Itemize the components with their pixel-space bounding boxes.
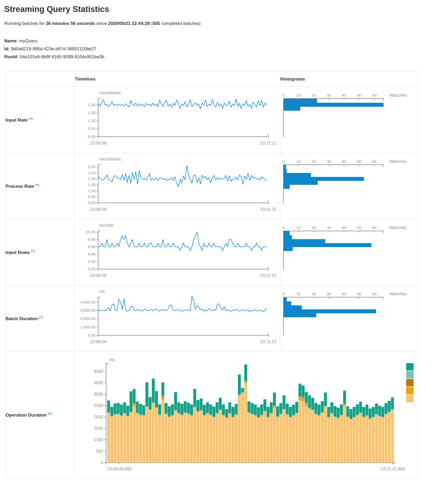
svg-text:1.50: 1.50 <box>88 182 96 187</box>
svg-text:50: 50 <box>357 292 361 296</box>
process-rate-row: Process Rate (?) records/sec0.000.501.00… <box>6 153 418 219</box>
input-rows-help-icon[interactable]: (?) <box>31 249 35 253</box>
svg-text:0: 0 <box>282 292 284 296</box>
batch-duration-histogram-cell: 0102030405060#batches <box>280 285 418 352</box>
svg-text:0.50: 0.50 <box>88 194 96 199</box>
svg-text:30: 30 <box>327 159 331 164</box>
svg-text:10.00: 10.00 <box>85 230 96 234</box>
svg-text:30: 30 <box>327 93 331 97</box>
svg-text:50: 50 <box>357 225 361 230</box>
histograms-column-header: Histograms <box>280 72 418 87</box>
input-rows-timeline-cell: records0.002.004.006.008.0010.0023:06:06… <box>75 219 280 285</box>
svg-text:40: 40 <box>342 93 346 97</box>
empty-header-cell <box>6 72 75 87</box>
svg-text:3500: 3500 <box>94 381 103 385</box>
input-rows-histogram-cell: 0102030405060#batches <box>280 219 418 285</box>
svg-text:23:06:06: 23:06:06 <box>90 207 106 212</box>
svg-text:#batches: #batches <box>389 225 406 230</box>
metric-label: Batch Duration <box>6 316 38 321</box>
batch-duration-label-cell: Batch Duration (?) <box>6 285 75 352</box>
input-rate-timeline-cell: records/sec0.000.501.001.502.0023:06:062… <box>75 87 280 153</box>
table-header-row: Timelines Histograms <box>6 72 418 87</box>
svg-text:10: 10 <box>296 159 301 164</box>
batch-duration-timeline-chart[interactable]: ms0.001,000.002,000.003,000.004,000.0023… <box>75 285 280 351</box>
input-rate-histogram-cell: 0102030405060#batches <box>280 87 418 153</box>
operation-duration-row: Operation Duration (?) ms050010001500200… <box>6 352 418 478</box>
svg-text:records/sec: records/sec <box>99 91 121 95</box>
operation-duration-help-icon[interactable]: (?) <box>48 412 52 415</box>
svg-text:23:11:21: 23:11:21 <box>260 273 276 278</box>
batch-duration-histogram-chart[interactable]: 0102030405060#batches <box>280 285 418 351</box>
metric-label: Input Rows <box>6 250 30 255</box>
batch-duration-help-icon[interactable]: (?) <box>39 316 43 319</box>
svg-text:23:11:21: 23:11:21 <box>260 340 276 344</box>
svg-text:10: 10 <box>296 225 301 230</box>
completed-batches-count: 505 <box>152 21 160 26</box>
input-rate-row: Input Rate (?) records/sec0.000.501.001.… <box>6 87 418 153</box>
input-rate-timeline-chart[interactable]: records/sec0.000.501.001.502.0023:06:062… <box>75 87 280 153</box>
svg-text:1.00: 1.00 <box>88 118 96 123</box>
svg-text:0: 0 <box>282 159 284 164</box>
summary-text: Running batches for <box>4 21 46 26</box>
svg-text:23:06:06: 23:06:06 <box>90 340 106 344</box>
process-rate-timeline-cell: records/sec0.000.501.001.502.002.503.002… <box>75 153 280 219</box>
svg-text:0.00: 0.00 <box>88 134 96 139</box>
svg-text:1000: 1000 <box>94 438 103 442</box>
batch-duration-timeline-cell: ms0.001,000.002,000.003,000.004,000.0023… <box>75 285 280 352</box>
svg-text:0.00: 0.00 <box>88 200 96 205</box>
svg-text:0: 0 <box>282 225 284 230</box>
svg-text:8.00: 8.00 <box>88 237 96 242</box>
timelines-column-header: Timelines <box>75 72 280 87</box>
svg-text:40: 40 <box>342 159 346 164</box>
metric-label: Input Rate <box>6 117 28 122</box>
svg-text:23:06:06.093: 23:06:06.093 <box>107 467 132 471</box>
svg-text:2000: 2000 <box>94 415 103 419</box>
operation-duration-stacked-chart[interactable]: ms0500100015002000250030003500400023:06:… <box>75 352 418 478</box>
input-rate-label-cell: Input Rate (?) <box>6 87 75 153</box>
input-rows-timeline-chart[interactable]: records0.002.004.006.008.0010.0023:06:06… <box>75 219 280 285</box>
svg-text:3,000.00: 3,000.00 <box>80 308 96 313</box>
svg-text:2.00: 2.00 <box>88 102 96 107</box>
svg-text:30: 30 <box>327 225 331 230</box>
summary-text: ( <box>150 21 152 26</box>
svg-text:records: records <box>99 223 113 227</box>
running-batches-summary: Running batches for 26 minutes 56 second… <box>4 21 448 26</box>
input-rate-help-icon[interactable]: (?) <box>29 117 33 120</box>
svg-text:4000: 4000 <box>94 369 103 374</box>
svg-text:2.50: 2.50 <box>88 171 96 175</box>
name-value: myQuery <box>19 38 38 43</box>
operation-duration-chart-cell: ms0500100015002000250030003500400023:06:… <box>75 352 418 478</box>
process-rate-histogram-chart[interactable]: 0102030405060#batches <box>280 153 418 219</box>
svg-text:#batches: #batches <box>389 159 406 164</box>
svg-text:10: 10 <box>296 292 301 296</box>
query-identifiers: Name: myQuery Id: 9d0dd219-995d-423e-b97… <box>4 37 448 61</box>
svg-text:20: 20 <box>311 93 316 97</box>
svg-text:1.00: 1.00 <box>88 189 96 193</box>
input-rows-histogram-chart[interactable]: 0102030405060#batches <box>280 219 418 285</box>
svg-text:60: 60 <box>372 159 377 164</box>
svg-text:23:06:06: 23:06:06 <box>90 141 106 145</box>
svg-text:0.50: 0.50 <box>88 126 96 131</box>
svg-text:500: 500 <box>96 449 103 453</box>
svg-text:3.00: 3.00 <box>88 164 96 169</box>
svg-text:0: 0 <box>101 460 103 465</box>
svg-text:4.00: 4.00 <box>88 252 96 256</box>
svg-text:#batches: #batches <box>389 292 406 296</box>
svg-text:23:11:21: 23:11:21 <box>260 141 276 145</box>
svg-text:20: 20 <box>311 159 316 164</box>
svg-text:records/sec: records/sec <box>99 157 121 161</box>
svg-text:4,000.00: 4,000.00 <box>80 300 96 304</box>
statistics-table: Timelines Histograms Input Rate (?) reco… <box>5 72 418 478</box>
process-rate-timeline-chart[interactable]: records/sec0.000.501.001.502.002.503.002… <box>75 153 280 219</box>
svg-text:30: 30 <box>327 292 331 296</box>
input-rows-label-cell: Input Rows (?) <box>6 219 75 285</box>
id-value: 9d0dd219-995d-423e-b97d-36931110bb27 <box>11 46 97 51</box>
input-rate-histogram-chart[interactable]: 0102030405060#batches <box>280 87 418 153</box>
query-runid-line: RunId: 04e101e6-8bf8-4165-9099-9104c951b… <box>4 53 448 61</box>
summary-text: completed batches) <box>160 21 201 26</box>
process-rate-help-icon[interactable]: (?) <box>35 183 39 186</box>
running-duration: 26 minutes 56 seconds <box>46 21 95 26</box>
svg-text:60: 60 <box>372 225 377 230</box>
svg-text:0.00: 0.00 <box>88 333 96 337</box>
svg-text:50: 50 <box>357 93 361 97</box>
